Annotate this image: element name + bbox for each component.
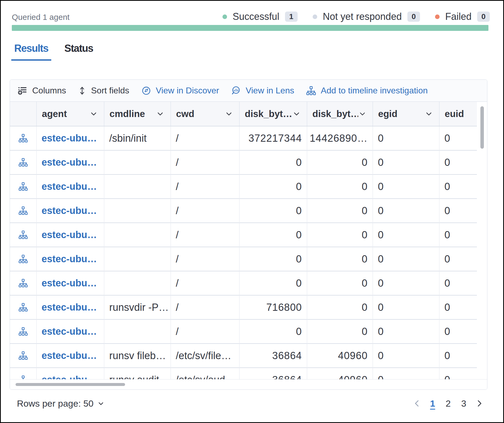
page-3-button[interactable]: 3 — [458, 397, 470, 410]
cell-disk-bytes-2: 14426890… — [307, 126, 373, 151]
cell-egid: 0 — [373, 320, 440, 344]
cell-euid: 0 — [440, 296, 477, 320]
column-header-cmdline[interactable]: cmdline — [104, 102, 171, 126]
cell-egid: 0 — [373, 151, 440, 175]
table-row: estec-ubu…/0000 — [10, 320, 477, 344]
agent-link[interactable]: estec-ubu… — [42, 278, 97, 289]
columns-button[interactable]: Columns — [18, 86, 66, 96]
sort-icon — [78, 86, 86, 96]
failed-count-badge: 0 — [477, 12, 490, 22]
sort-chevron-icon — [358, 110, 367, 118]
page-2-button[interactable]: 2 — [442, 397, 454, 410]
cell-disk-bytes-2: 40960 — [307, 344, 373, 368]
column-header-label: cmdline — [109, 108, 145, 119]
cell-cmdline — [104, 247, 171, 271]
cell-egid: 0 — [373, 199, 440, 223]
not-yet-responded-count-badge: 0 — [407, 12, 420, 22]
row-timeline-button[interactable] — [10, 247, 37, 271]
row-timeline-button[interactable] — [10, 320, 37, 344]
agent-link[interactable]: estec-ubu… — [42, 350, 97, 361]
agent-link[interactable]: estec-ubu… — [42, 157, 97, 168]
cell-disk-bytes-1: 0 — [240, 175, 307, 199]
legend-successful-label: Successful — [233, 11, 279, 22]
view-in-discover-label: View in Discover — [156, 86, 219, 96]
column-header-label: agent — [42, 108, 67, 119]
agent-link[interactable]: estec-ubu… — [42, 253, 97, 265]
list-add-icon — [18, 86, 27, 96]
results-panel: Columns Sort fields View in Discover — [10, 79, 487, 390]
agent-link[interactable]: estec-ubu… — [42, 302, 97, 313]
agent-link[interactable]: estec-ubu… — [42, 205, 97, 216]
agent-link[interactable]: estec-ubu… — [42, 181, 97, 192]
cell-agent: estec-ubu… — [37, 126, 104, 151]
row-timeline-button[interactable] — [10, 223, 37, 247]
cell-euid: 0 — [440, 223, 477, 247]
column-header-euid: euid — [440, 102, 477, 126]
row-timeline-button[interactable] — [10, 296, 37, 320]
cell-cmdline: /sbin/init — [104, 126, 171, 151]
cell-euid: 0 — [440, 175, 477, 199]
cell-cmdline — [104, 271, 171, 296]
rows-per-page-label: Rows per page: 50 — [17, 398, 93, 409]
cell-disk-bytes-2: 0 — [307, 223, 373, 247]
table-row: estec-ubu…runsv fileb…/etc/sv/file…36864… — [10, 344, 477, 368]
agent-link[interactable]: estec-ubu… — [42, 133, 97, 144]
timeline-icon — [19, 158, 28, 167]
cell-agent: estec-ubu… — [37, 175, 104, 199]
row-timeline-button[interactable] — [10, 175, 37, 199]
cell-cmdline: runsvdir -P… — [104, 296, 171, 320]
pagination: 1 2 3 — [411, 397, 485, 410]
cell-cwd: / — [171, 175, 240, 199]
cell-cmdline — [104, 151, 171, 175]
cell-agent: estec-ubu… — [37, 344, 104, 368]
table-row: estec-ubu…/sbin/init/37221734414426890…0… — [10, 126, 477, 151]
horizontal-scrollbar[interactable] — [16, 383, 125, 386]
add-to-timeline-button[interactable]: Add to timeline investigation — [306, 86, 428, 96]
timeline-icon — [306, 86, 316, 96]
timeline-icon — [19, 303, 28, 312]
compass-icon — [141, 86, 151, 96]
table-row: estec-ubu…/0000 — [10, 271, 477, 296]
cell-euid: 0 — [440, 271, 477, 296]
cell-euid: 0 — [440, 151, 477, 175]
sort-chevron-icon — [89, 110, 98, 118]
view-in-lens-button[interactable]: View in Lens — [231, 86, 294, 96]
table-row: estec-ubu…/0000 — [10, 175, 477, 199]
cell-cmdline — [104, 175, 171, 199]
column-header-egid[interactable]: egid — [373, 102, 440, 126]
tab-results[interactable]: Results — [11, 43, 51, 61]
row-timeline-button[interactable] — [10, 199, 37, 223]
cell-cwd: / — [171, 271, 240, 296]
next-page-button[interactable] — [473, 397, 485, 410]
cell-disk-bytes-1: 716800 — [240, 296, 307, 320]
cell-egid: 0 — [373, 126, 440, 151]
sort-fields-button[interactable]: Sort fields — [78, 86, 129, 96]
legend-successful: Successful 1 — [222, 11, 298, 22]
tab-status[interactable]: Status — [61, 43, 96, 61]
column-header-disk_byt_2[interactable]: disk_byt… — [307, 102, 373, 126]
column-header-disk_bytes_read[interactable]: cwd — [171, 102, 240, 126]
sort-fields-label: Sort fields — [91, 86, 129, 96]
table-row: estec-ubu…/0000 — [10, 151, 477, 175]
legend-not-yet-responded-label: Not yet responded — [323, 11, 402, 22]
timeline-icon — [19, 254, 28, 264]
previous-page-button[interactable] — [411, 397, 423, 410]
cell-cmdline: runsv fileb… — [104, 344, 171, 368]
cell-cwd: / — [171, 151, 240, 175]
row-timeline-button[interactable] — [10, 344, 37, 368]
column-header-disk_byt_1[interactable]: disk_byt… — [240, 102, 307, 126]
timeline-icon — [19, 134, 28, 143]
agent-link[interactable]: estec-ubu… — [42, 229, 97, 240]
rows-per-page-control[interactable]: Rows per page: 50 — [17, 398, 105, 409]
row-timeline-button[interactable] — [10, 126, 37, 151]
agent-link[interactable]: estec-ubu… — [42, 326, 97, 337]
view-in-discover-button[interactable]: View in Discover — [141, 86, 219, 96]
table-row: estec-ubu…/0000 — [10, 199, 477, 223]
timeline-icon — [19, 230, 28, 239]
page-1-button[interactable]: 1 — [427, 397, 439, 410]
column-header-agent[interactable]: agent — [37, 102, 104, 126]
vertical-scrollbar[interactable] — [480, 106, 484, 149]
column-header-label: cwd — [176, 108, 194, 119]
row-timeline-button[interactable] — [10, 271, 37, 296]
row-timeline-button[interactable] — [10, 151, 37, 175]
